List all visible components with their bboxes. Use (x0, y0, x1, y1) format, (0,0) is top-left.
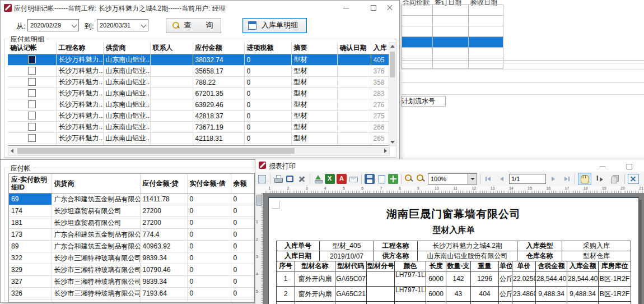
close-preview-icon[interactable] (628, 174, 639, 184)
confirm-checkbox[interactable] (28, 112, 36, 119)
table-row[interactable] (9, 300, 254, 303)
minimize-button[interactable] (338, 1, 354, 15)
col-header[interactable]: 入库 (371, 42, 389, 54)
bg-grid-row[interactable] (402, 26, 503, 37)
close-button[interactable] (638, 159, 644, 172)
bg-empty-grid[interactable] (402, 4, 503, 69)
col-header[interactable]: 联系人 (150, 42, 193, 54)
query-button[interactable]: 查 询 (166, 18, 221, 33)
text-select-button[interactable] (593, 173, 606, 185)
confirm-checkbox[interactable] (28, 89, 36, 97)
from-label: 从: (16, 21, 26, 31)
inbound-detail-button[interactable]: 入库单明细 (242, 18, 307, 33)
app-icon (259, 162, 266, 169)
next-page-button[interactable] (548, 174, 559, 184)
save-icon[interactable] (365, 174, 375, 184)
table-row[interactable]: 322长沙市三湘特种玻璃有限公司9839.3400 (9, 252, 254, 264)
page-icon[interactable] (376, 174, 386, 184)
print-icon[interactable] (273, 174, 283, 184)
hand-tool-button[interactable] (578, 173, 591, 185)
page-input[interactable] (509, 174, 546, 184)
export-icon[interactable] (313, 174, 323, 184)
prev-page-button[interactable] (496, 174, 507, 184)
copy-button[interactable] (608, 173, 622, 185)
to-date-select[interactable]: 2020/03/31 (97, 19, 148, 31)
from-date-select[interactable]: 2020/02/29 (27, 19, 79, 31)
table-row[interactable]: 长沙万科魅力...山东南山铝业...63929.460型材276 (8, 99, 389, 110)
zoom-in-icon[interactable] (404, 174, 414, 184)
horizontal-scrollbar[interactable] (8, 147, 390, 156)
table-row[interactable]: 181长沙坦森贸易有限公司2720000 (9, 217, 254, 229)
col-header[interactable]: 应付金额 (193, 42, 244, 54)
zoom-out-icon[interactable] (416, 174, 426, 184)
scroll-up-icon[interactable] (390, 45, 395, 48)
confirm-checkbox[interactable] (28, 78, 36, 86)
cell-supplier: 山东南山铝业... (103, 99, 150, 110)
cell-supplier: 山东南山铝业... (103, 77, 150, 88)
table-row[interactable]: 长沙万科魅力...山东南山铝业...94555.690型材251 (8, 144, 389, 146)
confirm-checkbox[interactable] (28, 56, 36, 63)
col-header[interactable]: 供货商 (103, 42, 150, 54)
col-header[interactable]: 摘要 (291, 42, 337, 54)
bg-grid-row[interactable] (402, 5, 503, 16)
table-row[interactable]: 长沙万科魅力...山东南山铝业...67201.350型材283 (8, 88, 389, 99)
scrollbar-thumb[interactable] (17, 148, 295, 154)
table-row[interactable]: 长沙万科魅力...山东南山铝业...73671.190型材266 (8, 122, 389, 133)
chevron-down-icon[interactable] (468, 174, 477, 184)
col-header[interactable]: 供货商 (52, 174, 140, 194)
confirm-checkbox[interactable] (28, 123, 36, 131)
cell-confirm_date (337, 54, 371, 66)
scroll-left-icon[interactable] (11, 149, 13, 153)
scroll-right-icon[interactable] (384, 149, 387, 153)
table-row[interactable]: 329长沙市三湘特种玻璃有限公司10790.4600 (9, 264, 254, 276)
table-row[interactable]: 长沙万科魅力...山东南山铝业...38032.740型材405 (8, 54, 389, 66)
mail-icon[interactable] (348, 174, 358, 184)
table-row[interactable]: 89广东合和建筑五金制品有限公司40963.9200 (9, 241, 254, 252)
panel-icon[interactable] (257, 174, 267, 184)
col-header[interactable]: 余额 (231, 174, 254, 194)
bg-grid-row[interactable] (402, 16, 503, 26)
close-button[interactable] (381, 1, 398, 15)
table-row[interactable]: 长沙万科魅力...山东南山铝业...42818.370型材275 (8, 110, 389, 122)
confirm-checkbox[interactable] (28, 134, 36, 142)
book-icon[interactable] (285, 174, 295, 184)
col-header[interactable]: 实付金额-借 (187, 174, 231, 194)
col-header[interactable]: 工程名称 (56, 42, 103, 54)
table-row[interactable]: 长沙万科魅力...山东南山铝业...42118.310型材265 (8, 133, 389, 144)
table-row[interactable]: 长沙万科魅力...山东南山铝业...35658.170型材376 (8, 66, 389, 77)
col-header[interactable]: 应付金额-贷 (140, 174, 187, 194)
last-page-button[interactable] (561, 174, 572, 184)
excel-icon[interactable] (325, 174, 335, 184)
pdf-icon[interactable] (337, 174, 347, 184)
col-header[interactable]: 进项税额 (244, 42, 291, 54)
maximize-button[interactable] (365, 1, 382, 15)
confirm-checkbox[interactable] (28, 100, 36, 108)
payables-table: 应-实付款明细ID 供货商 应付金额-贷 实付金额-借 余额 69广东合和建筑五… (8, 173, 255, 302)
table-row[interactable]: 69广东合和建筑五金制品有限公司11411.7800 (9, 194, 254, 205)
scroll-down-icon[interactable] (390, 141, 395, 144)
bg-grid-row[interactable] (402, 37, 503, 48)
col-header[interactable]: 应-实付款明细ID (9, 174, 52, 194)
bg-grid-row[interactable] (402, 48, 503, 58)
tools-icon[interactable] (297, 174, 307, 184)
scrollbar-thumb[interactable] (390, 52, 395, 77)
first-page-button[interactable] (483, 174, 494, 184)
title-bar[interactable]: 报表打印 (255, 159, 644, 172)
col-header[interactable]: 确认日期 (337, 42, 371, 54)
cell-summary: 型材 (291, 133, 337, 144)
table-row[interactable]: 327长沙市三湘特种玻璃有限公司9839.3400 (9, 276, 254, 288)
grid-icon[interactable] (388, 174, 398, 184)
confirm-checkbox[interactable] (28, 67, 36, 75)
table-row[interactable]: 长沙万科魅力...山东南山铝业...788.220型材358 (8, 77, 389, 88)
table-row[interactable]: 173广东合和建筑五金制品有限公司774.400 (9, 229, 254, 241)
minimize-button[interactable] (594, 159, 611, 172)
vertical-scrollbar[interactable] (389, 42, 397, 146)
zoom-select[interactable]: 100% (428, 173, 477, 185)
table-row[interactable]: 326长沙市三湘特种玻璃有限公司7193.6400 (9, 288, 254, 300)
confirm-checkbox[interactable] (28, 145, 36, 146)
report-preview-area[interactable]: 湖南巨晟门窗幕墙有限公司 型材入库单 入库单号型材_405工程名称长沙万科魅力之… (263, 193, 644, 304)
maximize-button[interactable] (621, 159, 638, 172)
title-bar[interactable]: 应付明细记帐------当前工程: 长沙万科魅力之城4.2期------当前用户… (1, 1, 399, 15)
col-header[interactable]: 确认记帐 (8, 42, 56, 54)
table-row[interactable]: 174长沙坦森贸易有限公司2720000 (9, 205, 254, 217)
